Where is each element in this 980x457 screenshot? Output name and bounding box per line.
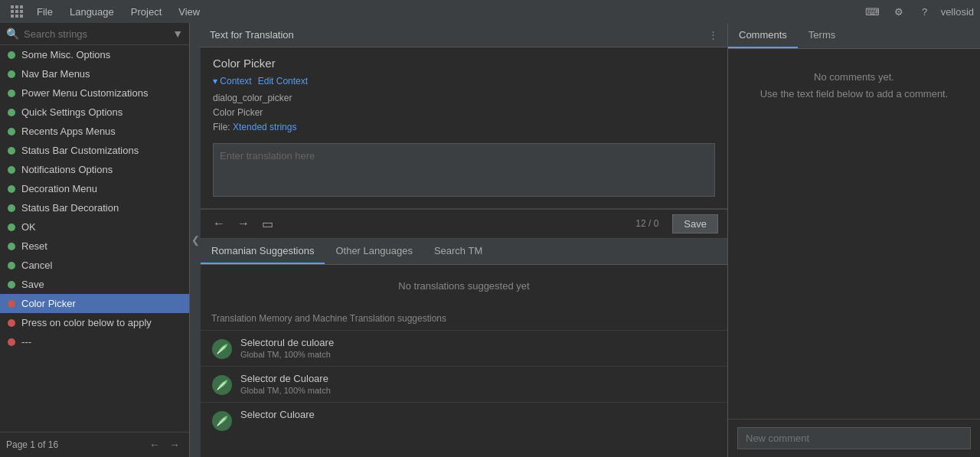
context-line1: dialog_color_picker: [213, 91, 715, 106]
prev-page-button[interactable]: ←: [146, 437, 163, 452]
suggestion-text: Selectorul de culoare: [240, 337, 334, 348]
sidebar-item-label: Nav Bar Menus: [21, 68, 90, 80]
sidebar-item-label: Power Menu Customizations: [21, 87, 148, 99]
sidebar-item-label: Some Misc. Options: [21, 49, 110, 60]
app-grid-icon[interactable]: [6, 1, 28, 22]
next-page-button[interactable]: →: [166, 437, 183, 452]
translation-toolbar: ← → ▭ 12 / 0 Save: [201, 209, 727, 239]
dot-icon: [8, 90, 15, 97]
suggestion-item[interactable]: Selector de CuloareGlobal TM, 100% match: [201, 366, 727, 402]
dot-icon: [8, 204, 15, 212]
filter-icon[interactable]: ▼: [172, 28, 183, 40]
edit-context-link[interactable]: Edit Context: [258, 76, 308, 87]
suggestions-tabs-header: Romanian SuggestionsOther LanguagesSearc…: [201, 239, 727, 265]
copy-source-button[interactable]: ▭: [259, 215, 276, 233]
sidebar-item-cancel[interactable]: Cancel: [0, 256, 189, 275]
sidebar-item-label: Recents Apps Menus: [21, 126, 116, 137]
context-row: ▾ Context Edit Context: [213, 76, 715, 87]
dot-icon: [8, 281, 15, 289]
suggestion-item[interactable]: Selector Culoare: [201, 402, 727, 438]
suggestion-item[interactable]: Selectorul de culoareGlobal TM, 100% mat…: [201, 330, 727, 366]
sidebar-item-label: Reset: [21, 240, 47, 252]
svg-rect-7: [15, 15, 18, 18]
translation-box-wrap: [213, 143, 715, 199]
menu-file[interactable]: File: [29, 3, 60, 21]
center-menu-icon[interactable]: ⋮: [708, 29, 718, 41]
svg-rect-5: [20, 10, 23, 13]
sidebar-footer: Page 1 of 16 ← →: [0, 432, 189, 457]
sidebar-item-some-misc-options[interactable]: Some Misc. Options: [0, 45, 189, 64]
sidebar-item-decoration-menu[interactable]: Decoration Menu: [0, 179, 189, 198]
sidebar-item-nav-bar-menus[interactable]: Nav Bar Menus: [0, 64, 189, 83]
settings-icon[interactable]: ⚙: [889, 2, 909, 21]
keyboard-icon[interactable]: ⌨: [863, 2, 883, 21]
sidebar-item-notifications-options[interactable]: Notifications Options: [0, 160, 189, 179]
svg-rect-3: [11, 10, 14, 13]
dot-icon: [8, 51, 15, 59]
tab-search-tm[interactable]: Search TM: [423, 239, 493, 264]
sidebar-item-label: Color Picker: [21, 298, 76, 309]
dot-icon: [8, 185, 15, 193]
suggestions-content: No translations suggested yet Translatio…: [201, 265, 727, 457]
dot-icon: [8, 262, 15, 269]
sidebar-item-press-on-color[interactable]: Press on color below to apply: [0, 313, 189, 332]
sidebar-item-label: Status Bar Decoration: [21, 202, 119, 214]
prev-string-button[interactable]: ←: [210, 215, 228, 232]
dot-icon: [8, 147, 15, 155]
translation-input[interactable]: [213, 143, 715, 197]
sidebar-search-bar: 🔍 ▼: [0, 23, 189, 45]
menu-language[interactable]: Language: [62, 3, 122, 21]
right-tab-comments[interactable]: Comments: [728, 23, 798, 48]
sidebar-item-label: ---: [21, 336, 31, 348]
sidebar-item-color-picker[interactable]: Color Picker: [0, 294, 189, 313]
next-string-button[interactable]: →: [234, 215, 253, 232]
dot-icon: [8, 166, 15, 174]
sidebar-item-recents-apps-menus[interactable]: Recents Apps Menus: [0, 122, 189, 141]
context-details: dialog_color_picker Color Picker File: X…: [213, 91, 715, 135]
tm-section-title: Translation Memory and Machine Translati…: [201, 307, 727, 330]
right-tabs-header: CommentsTerms: [728, 23, 980, 49]
file-link[interactable]: Xtended strings: [233, 122, 296, 132]
help-icon[interactable]: ?: [915, 2, 935, 21]
strings-list: Some Misc. OptionsNav Bar MenusPower Men…: [0, 45, 189, 432]
suggestion-text: Selector de Culoare: [240, 373, 331, 384]
sidebar-item-status-bar-customizations[interactable]: Status Bar Customizations: [0, 141, 189, 160]
sidebar-item-dashes[interactable]: ---: [0, 332, 189, 351]
svg-rect-6: [11, 15, 14, 18]
svg-rect-2: [20, 5, 23, 8]
center-title: Text for Translation: [210, 29, 702, 41]
context-toggle[interactable]: ▾ Context: [213, 76, 252, 87]
search-input[interactable]: [24, 28, 168, 40]
tab-other-languages[interactable]: Other Languages: [325, 239, 423, 264]
menu-project[interactable]: Project: [123, 3, 169, 21]
suggestion-meta: Global TM, 100% match: [240, 386, 331, 395]
context-line2: Color Picker: [213, 106, 715, 120]
no-comments-text: No comments yet. Use the text field belo…: [740, 61, 968, 103]
sidebar-item-save[interactable]: Save: [0, 275, 189, 294]
dot-icon: [8, 243, 15, 250]
tab-romanian-suggestions[interactable]: Romanian Suggestions: [201, 239, 325, 264]
dot-icon: [8, 338, 15, 346]
svg-rect-1: [15, 5, 18, 8]
sidebar-item-label: Notifications Options: [21, 164, 113, 175]
right-tab-terms[interactable]: Terms: [798, 23, 846, 48]
menu-bar: File Language Project View ⌨ ⚙ ? vellosi…: [0, 0, 980, 23]
sidebar-item-reset[interactable]: Reset: [0, 237, 189, 256]
new-comment-input[interactable]: [737, 427, 971, 449]
sidebar-item-ok[interactable]: OK: [0, 217, 189, 237]
menu-view[interactable]: View: [171, 3, 207, 21]
char-count: 12 / 0: [635, 218, 658, 229]
search-icon: 🔍: [6, 28, 19, 40]
suggestions-tabs-container: Romanian SuggestionsOther LanguagesSearc…: [201, 239, 727, 457]
sidebar-collapse-button[interactable]: ❮: [190, 23, 201, 457]
sidebar-item-power-menu-customizations[interactable]: Power Menu Customizations: [0, 83, 189, 103]
sidebar-item-quick-settings-options[interactable]: Quick Settings Options: [0, 103, 189, 122]
context-file-line: File: Xtended strings: [213, 120, 715, 135]
suggestion-logo-icon: [211, 410, 233, 432]
string-title: Color Picker: [213, 57, 715, 70]
username: vellosid: [941, 6, 974, 18]
suggestion-logo-icon: [211, 374, 233, 396]
save-translation-button[interactable]: Save: [672, 214, 718, 233]
sidebar-item-status-bar-decoration[interactable]: Status Bar Decoration: [0, 198, 189, 217]
dot-icon: [8, 109, 15, 116]
